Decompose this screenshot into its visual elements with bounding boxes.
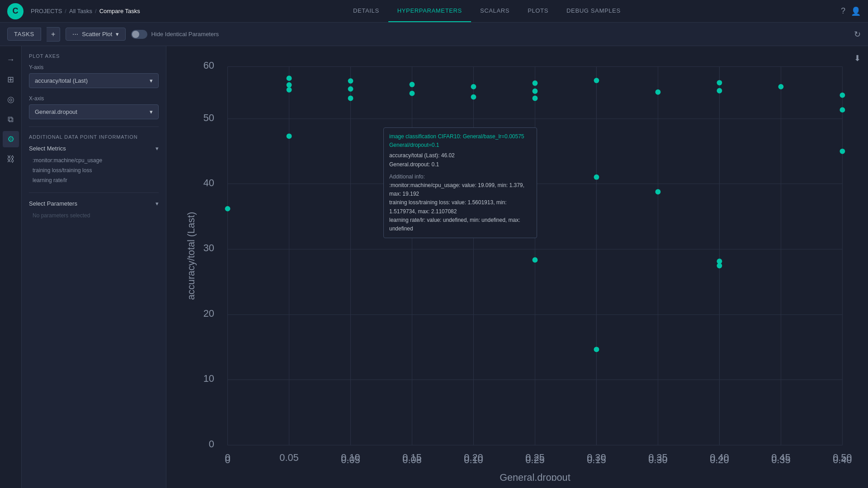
svg-text:10: 10 [203, 373, 214, 384]
sidebar-icon-arrow[interactable]: → [3, 52, 19, 68]
select-metrics-row: Select Metrics ▾ [29, 145, 159, 152]
sidebar-icon-grid[interactable]: ⊞ [3, 71, 19, 88]
svg-text:40: 40 [203, 177, 214, 188]
x-axis-label: X-axis [29, 95, 159, 102]
svg-point-73 [840, 107, 845, 113]
svg-point-44 [225, 206, 231, 211]
scatter-plot-select[interactable]: ⋯ Scatter Plot ▾ [66, 28, 126, 41]
svg-point-50 [348, 86, 354, 92]
x-axis-select[interactable]: General.dropout ▾ [29, 104, 159, 119]
tab-hyperparameters[interactable]: HYPERPARAMETERS [388, 0, 471, 22]
main-content: → ⊞ ◎ ⧉ ⚙ ⛓ PLOT AXES Y-axis accuracy/to… [0, 46, 868, 488]
svg-point-66 [655, 189, 660, 195]
chart-area: ⬇ .grid-line { stroke: #2c3347; stroke-w… [166, 46, 868, 488]
svg-text:0.15: 0.15 [402, 452, 421, 463]
svg-text:General.dropout: General.dropout [500, 472, 571, 481]
y-axis-label: Y-axis [29, 64, 159, 70]
svg-text:30: 30 [203, 243, 214, 254]
svg-text:0.25: 0.25 [525, 452, 544, 463]
x-axis-value: General.dropout [35, 108, 77, 115]
select-parameters-row: Select Parameters ▾ [29, 200, 159, 207]
metrics-chevron[interactable]: ▾ [156, 145, 159, 152]
svg-point-48 [287, 133, 292, 139]
svg-point-62 [594, 78, 599, 83]
add-task-button[interactable]: + [47, 27, 60, 42]
scatter-plot-label: Scatter Plot [82, 31, 112, 38]
svg-point-72 [840, 93, 845, 98]
metric-learning-rate[interactable]: learning rate/lr [29, 175, 159, 185]
breadcrumb-compare-tasks: Compare Tasks [99, 8, 140, 14]
svg-text:0.05: 0.05 [279, 452, 298, 463]
hide-identical-label: Hide Identical Parameters [151, 31, 219, 38]
svg-point-51 [348, 96, 354, 101]
breadcrumb-all-tasks[interactable]: All Tasks [69, 8, 92, 14]
parameters-chevron[interactable]: ▾ [156, 200, 159, 207]
svg-point-54 [409, 152, 415, 158]
y-axis-value: accuracy/total (Last) [35, 77, 88, 84]
svg-text:50: 50 [203, 112, 214, 123]
svg-point-59 [533, 89, 538, 94]
svg-point-70 [717, 263, 722, 268]
metric-training-loss[interactable]: training loss/training loss [29, 165, 159, 175]
svg-point-64 [594, 347, 599, 352]
sidebar-icon-network[interactable]: ⛓ [3, 151, 19, 167]
tasks-button[interactable]: TASKS [7, 28, 41, 41]
scatter-icon: ⋯ [72, 31, 78, 38]
svg-text:0.30: 0.30 [587, 452, 606, 463]
svg-point-52 [410, 82, 415, 87]
tab-debug-samples[interactable]: DEBUG SAMPLES [557, 0, 630, 22]
tab-plots[interactable]: PLOTS [519, 0, 557, 22]
svg-point-56 [471, 84, 476, 89]
additional-title: ADDITIONAL DATA POINT INFORMATION [29, 134, 159, 140]
app-logo: C [7, 3, 24, 19]
y-axis-select[interactable]: accuracy/total (Last) ▾ [29, 73, 159, 88]
svg-text:0.40: 0.40 [710, 452, 729, 463]
svg-point-61 [533, 257, 538, 263]
svg-point-55 [410, 231, 415, 236]
tab-details[interactable]: DETAILS [344, 0, 388, 22]
user-icon[interactable]: 👤 [851, 6, 861, 16]
toolbar: TASKS + ⋯ Scatter Plot ▾ Hide Identical … [0, 23, 868, 46]
svg-point-58 [533, 80, 538, 86]
svg-text:0.20: 0.20 [464, 452, 483, 463]
breadcrumb-sep1: / [65, 8, 66, 14]
hide-identical-container: Hide Identical Parameters [131, 30, 219, 39]
sidebar-icon-target[interactable]: ◎ [3, 91, 19, 108]
svg-point-45 [287, 75, 292, 81]
left-panel: PLOT AXES Y-axis accuracy/total (Last) ▾… [22, 46, 166, 488]
svg-text:20: 20 [203, 308, 214, 319]
hide-identical-toggle[interactable] [131, 30, 147, 39]
svg-point-65 [655, 89, 660, 95]
svg-text:0.50: 0.50 [833, 452, 852, 463]
no-parameters-text: No parameters selected [29, 211, 159, 221]
sidebar-icon-gear[interactable]: ⚙ [3, 131, 19, 147]
x-axis-chevron: ▾ [150, 108, 153, 115]
svg-point-68 [717, 88, 722, 94]
divider-2 [29, 192, 159, 193]
help-icon[interactable]: ? [841, 6, 845, 16]
center-tabs: DETAILS HYPERPARAMETERS SCALARS PLOTS DE… [344, 0, 630, 22]
tab-scalars[interactable]: SCALARS [471, 0, 519, 22]
svg-text:0: 0 [209, 438, 214, 450]
metric-cpu-usage[interactable]: :monitor:machine/cpu_usage [29, 155, 159, 165]
breadcrumb-projects[interactable]: PROJECTS [31, 8, 62, 14]
breadcrumb: PROJECTS / All Tasks / Compare Tasks [31, 8, 140, 14]
svg-text:60: 60 [203, 60, 214, 71]
top-nav: C PROJECTS / All Tasks / Compare Tasks D… [0, 0, 868, 23]
svg-text:0: 0 [225, 452, 230, 463]
svg-point-63 [594, 174, 599, 180]
svg-point-49 [348, 78, 354, 84]
toggle-knob [132, 31, 139, 38]
svg-text:0.10: 0.10 [341, 452, 360, 463]
svg-text:0.35: 0.35 [648, 452, 667, 463]
side-icons: → ⊞ ◎ ⧉ ⚙ ⛓ [0, 46, 22, 488]
refresh-icon[interactable]: ↻ [854, 29, 861, 39]
svg-point-47 [287, 87, 292, 93]
svg-point-74 [840, 149, 845, 154]
svg-point-46 [287, 82, 292, 88]
toolbar-right: ↻ [854, 29, 861, 39]
dropdown-chevron-icon: ▾ [116, 31, 119, 38]
svg-point-53 [410, 91, 415, 96]
sidebar-icon-layers[interactable]: ⧉ [3, 111, 19, 127]
download-icon[interactable]: ⬇ [854, 53, 861, 63]
